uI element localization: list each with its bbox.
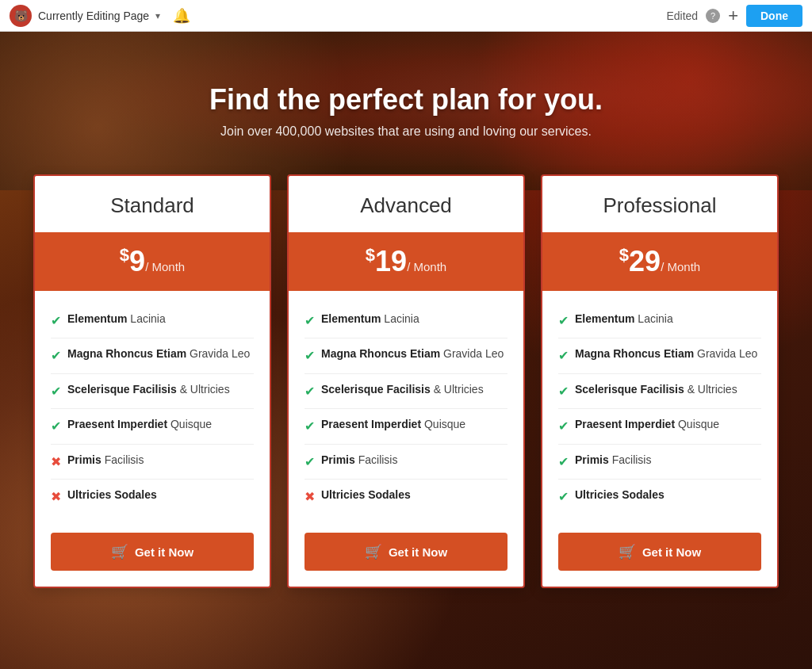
check-icon: ✔ (558, 453, 569, 471)
list-item: ✔Praesent Imperdiet Quisque (51, 409, 254, 444)
features-list-standard: ✔Elementum Lacinia✔Magna Rhoncus Etiam G… (35, 291, 270, 526)
feature-bold: Magna Rhoncus Etiam (575, 347, 694, 360)
card-header-standard: Standard (35, 176, 270, 232)
card-price-period-advanced: / Month (407, 260, 446, 273)
feature-text: Praesent Imperdiet Quisque (575, 417, 719, 433)
card-price-advanced: $19 (366, 245, 407, 277)
feature-bold: Ultricies Sodales (321, 488, 411, 501)
card-title-professional: Professional (558, 193, 761, 218)
feature-bold: Scelerisque Facilisis (575, 383, 684, 396)
list-item: ✔Elementum Lacinia (558, 304, 761, 338)
list-item: ✖Ultricies Sodales (304, 480, 508, 514)
cross-icon: ✖ (51, 488, 61, 506)
feature-bold: Magna Rhoncus Etiam (67, 347, 186, 360)
pricing-cards-area: Standard$9/ Month✔Elementum Lacinia✔Magn… (0, 174, 812, 604)
cta-button-advanced[interactable]: 🛒Get it Now (304, 533, 508, 571)
check-icon: ✔ (558, 312, 569, 330)
list-item: ✔Elementum Lacinia (304, 304, 508, 338)
check-icon: ✔ (304, 453, 315, 471)
edited-label: Edited (666, 10, 698, 22)
check-icon: ✔ (558, 488, 569, 506)
list-item: ✔Primis Facilisis (304, 445, 508, 480)
check-icon: ✔ (304, 418, 315, 435)
card-price-professional: $29 (619, 245, 661, 277)
list-item: ✖Ultricies Sodales (51, 480, 254, 514)
feature-bold: Magna Rhoncus Etiam (321, 347, 440, 360)
cart-icon: 🛒 (619, 543, 636, 560)
card-header-advanced: Advanced (289, 176, 523, 232)
check-icon: ✔ (558, 383, 569, 400)
cart-icon: 🛒 (111, 543, 128, 560)
done-button[interactable]: Done (746, 5, 802, 27)
feature-bold: Elementum (67, 312, 127, 325)
hero-section: Find the perfect plan for you. Join over… (0, 32, 812, 190)
list-item: ✔Magna Rhoncus Etiam Gravida Leo (558, 338, 761, 373)
card-title-standard: Standard (51, 193, 254, 218)
feature-text: Scelerisque Facilisis & Ultricies (321, 382, 484, 398)
logo-icon: 🐻 (10, 5, 32, 27)
pricing-card-professional: Professional$29/ Month✔Elementum Lacinia… (541, 174, 779, 588)
card-price-bar-professional: $29/ Month (542, 232, 777, 291)
list-item: ✔Praesent Imperdiet Quisque (558, 409, 761, 444)
add-icon[interactable]: + (728, 6, 738, 26)
feature-bold: Primis (67, 453, 102, 466)
check-icon: ✔ (304, 312, 315, 330)
feature-text: Primis Facilisis (321, 453, 397, 468)
cta-label: Get it Now (642, 545, 701, 559)
list-item: ✔Magna Rhoncus Etiam Gravida Leo (51, 338, 254, 373)
card-price-period-standard: / Month (145, 260, 185, 273)
feature-text: Scelerisque Facilisis & Ultricies (575, 382, 737, 398)
help-icon[interactable]: ? (706, 9, 720, 23)
list-item: ✔Elementum Lacinia (51, 304, 254, 338)
list-item: ✔Primis Facilisis (558, 445, 761, 480)
list-item: ✔Scelerisque Facilisis & Ultricies (51, 374, 254, 409)
feature-text: Magna Rhoncus Etiam Gravida Leo (321, 346, 504, 362)
cross-icon: ✖ (51, 453, 61, 471)
feature-bold: Scelerisque Facilisis (321, 383, 431, 396)
feature-bold: Praesent Imperdiet (67, 418, 167, 430)
feature-text: Magna Rhoncus Etiam Gravida Leo (67, 346, 250, 362)
hero-title: Find the perfect plan for you. (209, 83, 603, 117)
feature-text: Primis Facilisis (67, 453, 144, 468)
check-icon: ✔ (558, 347, 569, 365)
list-item: ✔Magna Rhoncus Etiam Gravida Leo (304, 338, 508, 373)
check-icon: ✔ (51, 383, 61, 400)
feature-text: Primis Facilisis (575, 453, 651, 468)
list-item: ✖Primis Facilisis (51, 445, 254, 480)
card-price-bar-standard: $9/ Month (35, 232, 270, 291)
feature-text: Ultricies Sodales (67, 487, 157, 503)
check-icon: ✔ (51, 312, 61, 330)
check-icon: ✔ (51, 347, 61, 365)
feature-bold: Ultricies Sodales (575, 488, 665, 501)
list-item: ✔Scelerisque Facilisis & Ultricies (558, 374, 761, 409)
cta-button-standard[interactable]: 🛒Get it Now (51, 533, 254, 571)
topbar-left: 🐻 Currently Editing Page ▾ 🔔 (10, 5, 190, 27)
pricing-card-standard: Standard$9/ Month✔Elementum Lacinia✔Magn… (33, 174, 271, 588)
list-item: ✔Praesent Imperdiet Quisque (304, 409, 508, 444)
cart-icon: 🛒 (365, 543, 382, 560)
check-icon: ✔ (304, 383, 315, 400)
chevron-down-icon[interactable]: ▾ (155, 10, 160, 21)
feature-bold: Praesent Imperdiet (321, 418, 421, 430)
cross-icon: ✖ (304, 488, 315, 506)
features-list-professional: ✔Elementum Lacinia✔Magna Rhoncus Etiam G… (542, 291, 777, 526)
feature-bold: Elementum (321, 312, 381, 325)
card-price-standard: $9 (120, 245, 145, 277)
hero-subtitle: Join over 400,000 websites that are usin… (209, 124, 603, 139)
feature-text: Scelerisque Facilisis & Ultricies (67, 382, 230, 398)
list-item: ✔Scelerisque Facilisis & Ultricies (304, 374, 508, 409)
features-list-advanced: ✔Elementum Lacinia✔Magna Rhoncus Etiam G… (289, 291, 523, 526)
check-icon: ✔ (304, 347, 315, 365)
page-title: Currently Editing Page (38, 10, 149, 22)
card-title-advanced: Advanced (304, 193, 508, 218)
feature-text: Magna Rhoncus Etiam Gravida Leo (575, 346, 757, 362)
bell-icon[interactable]: 🔔 (173, 7, 190, 25)
feature-text: Ultricies Sodales (321, 487, 411, 503)
card-price-bar-advanced: $19/ Month (289, 232, 523, 291)
feature-bold: Primis (321, 453, 355, 466)
check-icon: ✔ (558, 418, 569, 435)
page-content: Find the perfect plan for you. Join over… (0, 32, 812, 669)
topbar: 🐻 Currently Editing Page ▾ 🔔 Edited ? + … (0, 0, 812, 32)
cta-button-professional[interactable]: 🛒Get it Now (558, 533, 761, 571)
cta-label: Get it Now (135, 545, 193, 559)
